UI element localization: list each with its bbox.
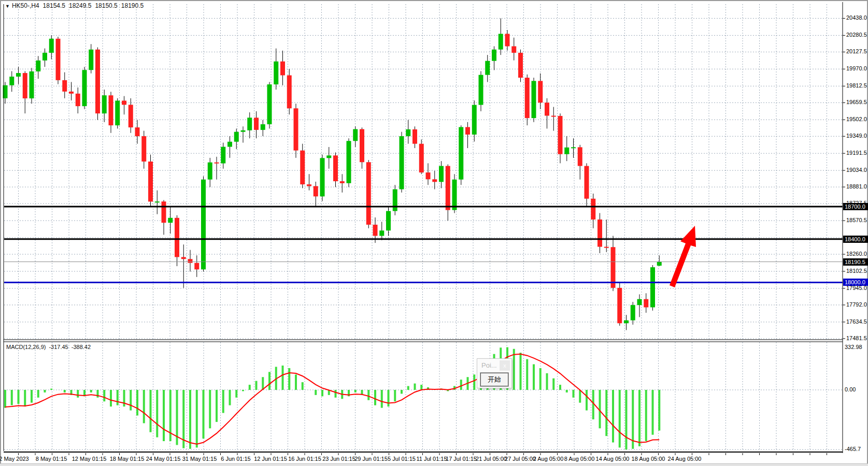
candle-body — [234, 132, 239, 142]
candle-body — [333, 155, 338, 181]
candle-body — [194, 263, 199, 270]
time-axis-label: 14 Aug 05:00 — [596, 456, 630, 462]
candle-body — [102, 95, 107, 113]
candle-body — [62, 80, 67, 92]
candle-body — [532, 81, 536, 118]
candle-body — [472, 105, 477, 135]
candle-body — [650, 267, 655, 307]
candle-body — [505, 34, 510, 46]
ohlc-low: 18150.5 — [95, 2, 117, 9]
time-axis-label: 16 Jun 01:15 — [288, 456, 321, 462]
candle-body — [492, 50, 496, 61]
candle-body — [419, 144, 424, 172]
candle-body — [551, 115, 556, 116]
price-level-badge: 18700.0 — [843, 203, 868, 210]
candle-body — [657, 262, 662, 266]
candle-body — [373, 225, 378, 236]
candle-body — [241, 130, 246, 132]
candle-body — [162, 201, 166, 223]
candle-body — [347, 141, 351, 183]
candle-body — [227, 142, 232, 147]
candle-body — [254, 118, 259, 130]
price-level-badge: 18190.5 — [843, 258, 868, 266]
candle-body — [129, 105, 133, 127]
candle-body — [439, 166, 444, 182]
candle-body — [267, 84, 272, 124]
candle-body — [9, 77, 14, 85]
popup-titlebar[interactable]: Poi... x — [477, 359, 511, 372]
time-axis-label: 24 May 01:15 — [146, 456, 181, 462]
time-axis-label: 18 Aug 05:00 — [632, 456, 665, 462]
candle-body — [459, 127, 463, 179]
candle-body — [122, 100, 126, 105]
candle-body — [446, 166, 450, 210]
candle-body — [30, 71, 34, 98]
candle-body — [637, 299, 642, 305]
candle-body — [215, 163, 219, 164]
candle-body — [261, 124, 265, 130]
candle-body — [624, 321, 629, 324]
macd-value: -317.45 — [49, 344, 68, 350]
chart-title: ▼HK50-,H418154.518249.518150.518190.5 — [5, 2, 147, 9]
ohlc-open: 18154.5 — [43, 2, 65, 9]
candle-body — [617, 288, 622, 323]
up-arrow-annotation[interactable] — [670, 226, 696, 287]
candle-body — [181, 257, 186, 259]
macd-axis-label: -465.7 — [845, 446, 861, 452]
time-axis-label: 12 Jun 01:15 — [254, 456, 287, 462]
candle-body — [135, 127, 140, 136]
time-axis-label: 12 May 01:15 — [72, 456, 107, 462]
ohlc-high: 18249.5 — [69, 2, 91, 9]
bottom-strip — [0, 463, 868, 466]
time-axis-label: 29 Jun 01:15 — [354, 456, 388, 462]
time-axis-label: 24 Aug 05:00 — [668, 456, 702, 462]
chart-canvas[interactable] — [0, 0, 868, 466]
candle-body — [564, 148, 569, 154]
candle-body — [545, 103, 549, 115]
macd-name: MACD(12,26,9) — [6, 344, 46, 350]
price-axis-label: 17634.5 — [846, 318, 867, 325]
candle-body — [274, 62, 278, 84]
symbol-dropdown-icon[interactable]: ▼ — [5, 4, 10, 9]
time-axis-label: 23 Jun 01:15 — [322, 456, 355, 462]
candle-body — [406, 129, 410, 136]
candle-body — [604, 247, 609, 248]
price-axis-label: 19812.5 — [846, 82, 867, 89]
candle-body — [208, 163, 212, 180]
script-popup-window[interactable]: Poi... x 开始 — [477, 358, 512, 388]
time-axis-label: 18 May 01:15 — [110, 456, 145, 462]
candle-body — [644, 299, 648, 308]
close-icon[interactable]: x — [500, 360, 510, 371]
price-axis-label: 19034.0 — [846, 167, 867, 173]
candle-body — [585, 166, 589, 199]
symbol-period: HK50-,H4 — [12, 2, 39, 9]
candle-body — [300, 151, 305, 184]
price-axis-label: 20280.5 — [846, 32, 867, 38]
candle-body — [465, 127, 470, 134]
price-axis-label: 18260.0 — [846, 251, 867, 257]
price-axis-label: 19659.5 — [846, 99, 867, 105]
candle-body — [631, 305, 635, 320]
candle-body — [175, 218, 179, 257]
candle-body — [393, 190, 397, 211]
candle-body — [109, 95, 113, 125]
candle-body — [432, 179, 437, 182]
candle-body — [412, 129, 417, 144]
candle-body — [485, 61, 490, 75]
candle-body — [499, 34, 503, 49]
candle-body — [36, 61, 40, 71]
candle-body — [353, 129, 358, 141]
candle-body — [201, 180, 206, 270]
price-level-badge: 18000.0 — [843, 279, 868, 286]
candle-body — [340, 181, 345, 183]
candle-body — [320, 158, 325, 196]
candle-body — [571, 147, 576, 148]
candle-body — [95, 50, 100, 113]
popup-title: Poi... — [481, 361, 497, 369]
time-axis-label: 8 Aug 05:00 — [564, 456, 595, 462]
macd-axis-label: 0.00 — [845, 386, 856, 392]
candle-body — [452, 180, 457, 210]
start-button[interactable]: 开始 — [480, 373, 508, 386]
price-axis-label: 20438.0 — [846, 14, 867, 21]
candle-body — [42, 53, 47, 61]
